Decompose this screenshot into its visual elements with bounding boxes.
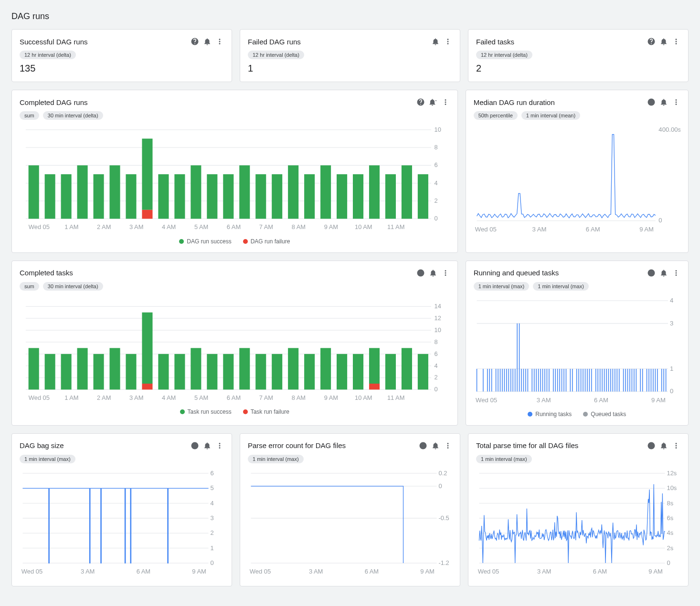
help-icon[interactable] [647,98,656,106]
svg-rect-28 [272,174,282,219]
svg-text:10: 10 [434,326,441,334]
bell-icon[interactable] [431,37,440,46]
bell-dropdown-icon[interactable] [659,269,668,277]
help-icon[interactable] [191,441,199,450]
svg-rect-85 [207,354,217,389]
svg-rect-90 [288,348,298,389]
more-icon[interactable] [672,269,680,277]
svg-rect-91 [304,354,315,389]
svg-text:3 AM: 3 AM [536,396,551,403]
completed-tasks-chart: 02468101214Wed 051 AM2 AM3 AM4 AM5 AM6 A… [20,294,450,405]
help-icon[interactable] [419,37,427,46]
more-icon[interactable] [215,37,224,46]
svg-text:12: 12 [434,314,441,322]
svg-text:4s: 4s [667,529,673,536]
more-icon[interactable] [672,37,680,46]
svg-text:7 AM: 7 AM [259,223,273,230]
svg-text:0: 0 [658,217,662,224]
legend-dot-failure [243,239,248,244]
svg-text:11 AM: 11 AM [387,223,404,230]
svg-text:5 AM: 5 AM [194,394,208,401]
svg-rect-20 [142,210,152,219]
svg-text:8s: 8s [667,500,673,507]
svg-text:9 AM: 9 AM [648,568,663,575]
svg-rect-17 [109,165,120,219]
running-queued-card: Running and queued tasks 1 min interval … [466,261,689,426]
svg-text:3 AM: 3 AM [532,226,546,233]
svg-text:1: 1 [210,544,213,552]
svg-rect-34 [369,165,380,219]
help-icon[interactable] [647,37,656,46]
svg-text:10s: 10s [667,484,677,491]
svg-rect-75 [61,354,72,389]
svg-rect-87 [239,348,250,389]
more-icon[interactable] [444,441,452,450]
svg-rect-89 [272,354,282,389]
bell-dropdown-icon[interactable] [429,98,437,106]
svg-rect-36 [402,165,412,219]
more-icon[interactable] [441,269,450,277]
svg-rect-74 [45,354,55,389]
svg-text:6: 6 [210,470,213,477]
svg-rect-12 [29,165,39,219]
svg-text:1 AM: 1 AM [64,394,78,401]
svg-text:2 AM: 2 AM [97,394,111,401]
svg-rect-98 [402,348,412,389]
more-icon[interactable] [672,98,680,106]
bell-icon[interactable] [431,441,440,450]
svg-rect-96 [369,384,380,389]
svg-text:6: 6 [434,350,437,357]
svg-rect-29 [288,165,298,219]
help-icon[interactable] [647,441,656,450]
svg-rect-82 [158,354,169,389]
parse-time-card: Total parse time for all DAG files 1 min… [468,433,689,586]
help-icon[interactable] [416,269,425,277]
help-icon[interactable] [647,269,656,277]
bell-icon[interactable] [659,37,668,46]
bell-icon[interactable] [203,441,212,450]
svg-rect-33 [353,174,363,219]
help-icon[interactable] [419,441,427,450]
help-icon[interactable] [191,37,199,46]
more-icon[interactable] [672,441,680,450]
svg-text:0: 0 [210,559,213,566]
more-icon[interactable] [441,98,450,106]
svg-rect-79 [126,354,136,389]
bell-icon[interactable] [659,98,668,106]
bell-dropdown-icon[interactable] [429,269,437,277]
svg-text:-0.5: -0.5 [438,514,449,522]
svg-rect-15 [77,165,88,219]
more-icon[interactable] [444,37,452,46]
svg-text:10: 10 [434,126,441,133]
svg-text:4 AM: 4 AM [162,394,176,401]
svg-rect-76 [77,348,88,389]
svg-text:9 AM: 9 AM [192,568,206,575]
svg-text:10 AM: 10 AM [355,394,372,401]
svg-rect-81 [142,384,152,389]
svg-rect-97 [385,354,396,389]
svg-text:6 AM: 6 AM [227,394,241,401]
more-icon[interactable] [215,441,224,450]
svg-rect-14 [61,174,72,219]
parse-time-chart: 02s4s6s8s10s12sWed 053 AM6 AM9 AM [476,467,680,578]
svg-text:8: 8 [434,338,437,345]
svg-text:8 AM: 8 AM [292,394,306,401]
svg-rect-24 [207,174,217,219]
legend-dot-success [179,239,184,244]
bell-icon[interactable] [203,37,212,46]
svg-text:3 AM: 3 AM [81,568,95,575]
bell-icon[interactable] [659,441,668,450]
svg-text:3: 3 [670,319,673,326]
dag-bag-chart: 0123456Wed 053 AM6 AM9 AM [20,467,224,578]
svg-rect-35 [385,174,396,219]
svg-rect-92 [320,348,331,389]
svg-rect-93 [337,354,347,389]
svg-text:Wed 05: Wed 05 [29,394,50,401]
svg-text:5 AM: 5 AM [194,223,208,230]
card-title: Successful DAG runs [20,38,88,46]
svg-text:0.2: 0.2 [438,470,447,477]
svg-text:-1.2: -1.2 [438,559,449,566]
help-icon[interactable] [416,98,425,106]
svg-rect-25 [223,174,233,219]
svg-text:4: 4 [670,297,673,304]
